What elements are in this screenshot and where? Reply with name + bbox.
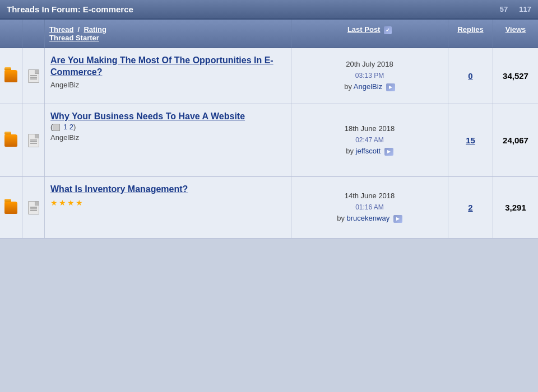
- goto-icon-2[interactable]: [384, 148, 393, 156]
- lastpost-cell-2: 18th June 2018 02:47 AM by jeffscott: [291, 104, 448, 176]
- by-label-2: by: [346, 147, 355, 155]
- thread-link-3[interactable]: What Is Inventory Management?: [50, 184, 188, 194]
- views-cell-3: 3,291: [493, 177, 538, 238]
- views-value-2: 24,067: [503, 136, 528, 145]
- folder-icon-cell-2: [0, 104, 22, 176]
- thread-title-cell-1: Are You Making The Most Of The Opportuni…: [45, 48, 291, 104]
- folder-icon: [4, 70, 17, 82]
- page-link-1[interactable]: 1: [63, 123, 67, 131]
- page-link-2[interactable]: 2: [69, 123, 73, 131]
- goto-icon-3[interactable]: [393, 215, 402, 223]
- nav-next: 117: [519, 5, 531, 13]
- col-lastpost[interactable]: Last Post: [291, 20, 448, 48]
- rating-sort-link[interactable]: Rating: [84, 25, 106, 34]
- lastpost-by-3: by brucekenway: [337, 213, 402, 225]
- sort-icon: [384, 26, 392, 34]
- lastpost-date-1: 20th July 2018: [346, 59, 393, 71]
- thread-title-cell-3: What Is Inventory Management? ★ ★ ★ ★: [45, 177, 291, 238]
- views-value-3: 3,291: [505, 203, 526, 212]
- lastpost-user-link-2[interactable]: jeffscott: [356, 147, 381, 155]
- doc-icon-cell-3: [22, 177, 45, 238]
- doc-icon: [28, 69, 39, 83]
- doc-icon-cell-2: [22, 104, 45, 176]
- thread-title-3[interactable]: What Is Inventory Management?: [50, 184, 188, 195]
- thread-pages-2: ( 1 2): [50, 123, 76, 131]
- replies-sort-link[interactable]: Replies: [457, 25, 483, 34]
- lastpost-sort-link[interactable]: Last Post: [347, 25, 381, 34]
- nav-prev: 57: [500, 5, 508, 13]
- doc-icon: [28, 201, 39, 214]
- lastpost-cell-1: 20th July 2018 03:13 PM by AngelBiz: [291, 48, 448, 104]
- thread-title-cell-2: Why Your Business Needs To Have A Websit…: [45, 104, 291, 176]
- thread-link-2[interactable]: Why Your Business Needs To Have A Websit…: [50, 111, 245, 121]
- replies-link-3[interactable]: 2: [468, 203, 472, 212]
- replies-cell-1: 0: [448, 48, 493, 104]
- thread-link-1[interactable]: Are You Making The Most Of The Opportuni…: [50, 55, 273, 77]
- col-thread[interactable]: Thread / Rating Thread Starter: [45, 20, 291, 48]
- thread-starter-sort-link[interactable]: Thread Starter: [49, 34, 99, 42]
- views-value-1: 34,527: [503, 71, 528, 81]
- star-2: ★: [59, 198, 66, 207]
- thread-starter-2: AngelBiz: [50, 133, 79, 142]
- lastpost-date-2: 18th June 2018: [345, 123, 395, 135]
- doc-icon-cell-1: [22, 48, 45, 104]
- replies-link-1[interactable]: 0: [468, 71, 472, 81]
- folder-icon: [4, 202, 17, 214]
- col-icon2: [22, 20, 45, 48]
- replies-link-2[interactable]: 15: [466, 136, 475, 145]
- lastpost-time-2: 02:47 AM: [355, 135, 384, 146]
- column-headers: Thread / Rating Thread Starter Last Post…: [0, 20, 538, 48]
- lastpost-cell-3: 14th June 2018 01:16 AM by brucekenway: [291, 177, 448, 238]
- col-icon1: [0, 20, 22, 48]
- views-cell-1: 34,527: [493, 48, 538, 104]
- folder-icon-cell-1: [0, 48, 22, 104]
- thread-title-2[interactable]: Why Your Business Needs To Have A Websit…: [50, 111, 245, 123]
- lastpost-user-link-3[interactable]: brucekenway: [347, 214, 390, 222]
- col-views[interactable]: Views: [493, 20, 538, 48]
- forum-header: Threads In Forum: E-commerce 57 117: [0, 0, 538, 20]
- replies-cell-2: 15: [448, 104, 493, 176]
- by-label-1: by: [344, 82, 354, 91]
- views-sort-link[interactable]: Views: [505, 25, 526, 34]
- table-row: What Is Inventory Management? ★ ★ ★ ★ 14…: [0, 177, 538, 239]
- doc-icon: [28, 134, 39, 147]
- col-replies[interactable]: Replies: [448, 20, 493, 48]
- thread-sort-link[interactable]: Thread: [49, 25, 73, 34]
- lastpost-user-link-1[interactable]: AngelBiz: [354, 82, 382, 91]
- lastpost-date-3: 14th June 2018: [345, 190, 395, 202]
- table-row: Why Your Business Needs To Have A Websit…: [0, 104, 538, 177]
- by-label-3: by: [337, 214, 346, 222]
- goto-icon-1[interactable]: [386, 83, 395, 91]
- thread-starter-1: AngelBiz: [50, 81, 79, 89]
- replies-cell-3: 2: [448, 177, 493, 238]
- forum-title: Threads In Forum: E-commerce: [7, 4, 133, 14]
- page-icon-2: [53, 124, 60, 131]
- star-4: ★: [76, 198, 83, 207]
- table-row: Are You Making The Most Of The Opportuni…: [0, 48, 538, 104]
- forum-nav: 57 117: [500, 5, 531, 13]
- lastpost-by-1: by AngelBiz: [344, 81, 395, 93]
- lastpost-time-1: 03:13 PM: [355, 71, 384, 81]
- thread-title-1[interactable]: Are You Making The Most Of The Opportuni…: [50, 55, 285, 78]
- star-3: ★: [67, 198, 75, 207]
- star-1: ★: [50, 198, 58, 207]
- star-rating-3: ★ ★ ★ ★: [50, 198, 83, 207]
- lastpost-by-2: by jeffscott: [346, 146, 393, 157]
- folder-icon-cell-3: [0, 177, 22, 238]
- folder-icon: [4, 134, 17, 147]
- lastpost-time-3: 01:16 AM: [355, 202, 384, 213]
- views-cell-2: 24,067: [493, 104, 538, 176]
